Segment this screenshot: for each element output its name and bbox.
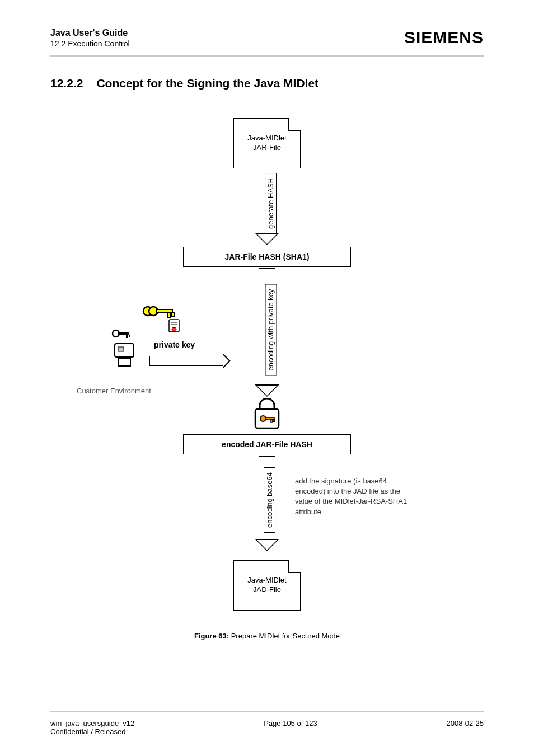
arrow-encode-base64-label: encoding base64 xyxy=(264,467,275,533)
page: Java User's Guide 12.2 Execution Control… xyxy=(0,0,534,756)
signing-diagram: Java-MIDlet JAR-File generate HASH JAR-F… xyxy=(93,118,441,666)
footer-rule xyxy=(50,711,484,712)
arrow-encode-base64: encoding base64 xyxy=(256,456,278,551)
arrow-generate-hash: generate HASH xyxy=(256,170,278,245)
jar-hash-box: JAR-File HASH (SHA1) xyxy=(183,247,351,267)
guide-subtitle: 12.2 Execution Control xyxy=(50,39,130,48)
keys-certificate-icon xyxy=(141,303,180,334)
jar-hash-label: JAR-File HASH (SHA1) xyxy=(225,252,310,261)
section-heading: 12.2.2 Concept for the Signing the Java … xyxy=(50,77,484,90)
svg-rect-3 xyxy=(168,313,170,317)
private-key-label: private key xyxy=(154,340,195,349)
header-left: Java User's Guide 12.2 Execution Control xyxy=(50,28,130,48)
svg-point-6 xyxy=(172,327,176,332)
svg-rect-14 xyxy=(118,347,124,351)
figure-caption-label: Figure 63: xyxy=(194,632,229,640)
footer-doc-id: wm_java_usersguide_v12 xyxy=(50,719,134,727)
arrow-generate-hash-label: generate HASH xyxy=(265,173,277,234)
signature-note: add the signature (is base64 encoded) in… xyxy=(295,476,413,517)
arrow-encode-private-key: encoding with private key xyxy=(256,268,278,397)
footer-left: wm_java_usersguide_v12 Confidential / Re… xyxy=(50,719,134,736)
private-key-arrow xyxy=(149,353,231,369)
footer-date: 2008-02-25 xyxy=(446,719,484,736)
figure-caption: Figure 63: Prepare MIDlet for Secured Mo… xyxy=(93,632,441,640)
page-footer: wm_java_usersguide_v12 Confidential / Re… xyxy=(50,719,484,736)
svg-rect-19 xyxy=(271,420,273,422)
customer-environment-label: Customer Environment xyxy=(77,387,151,395)
jad-file-icon: Java-MIDlet JAD-File xyxy=(233,560,301,611)
footer-classification: Confidential / Released xyxy=(50,727,134,736)
jad-file-label: Java-MIDlet JAD-File xyxy=(247,576,286,595)
svg-rect-12 xyxy=(129,335,130,337)
encoded-hash-label: encoded JAR-File HASH xyxy=(222,440,312,449)
svg-rect-15 xyxy=(118,358,130,366)
guide-title: Java User's Guide xyxy=(50,28,130,38)
page-header: Java User's Guide 12.2 Execution Control… xyxy=(50,28,484,48)
svg-rect-11 xyxy=(126,335,128,338)
footer-page: Page 105 of 123 xyxy=(264,719,317,736)
smartcard-icon xyxy=(110,328,144,367)
jar-file-icon: Java-MIDlet JAR-File xyxy=(233,118,301,168)
svg-rect-20 xyxy=(273,420,275,422)
svg-rect-4 xyxy=(172,313,174,316)
jar-file-label: Java-MIDlet JAR-File xyxy=(247,134,286,153)
header-rule xyxy=(50,55,484,57)
section-number: 12.2.2 xyxy=(50,77,83,90)
svg-rect-10 xyxy=(118,332,129,335)
arrow-encode-private-key-label: encoding with private key xyxy=(265,284,277,376)
section-title: Concept for the Signing the Java MIDlet xyxy=(96,77,318,90)
svg-rect-13 xyxy=(115,344,134,357)
figure-caption-text: Prepare MIDlet for Secured Mode xyxy=(231,632,340,640)
brand-logo: SIEMENS xyxy=(404,28,484,47)
encoded-hash-box: encoded JAR-File HASH xyxy=(183,434,351,454)
lock-icon xyxy=(252,398,282,431)
